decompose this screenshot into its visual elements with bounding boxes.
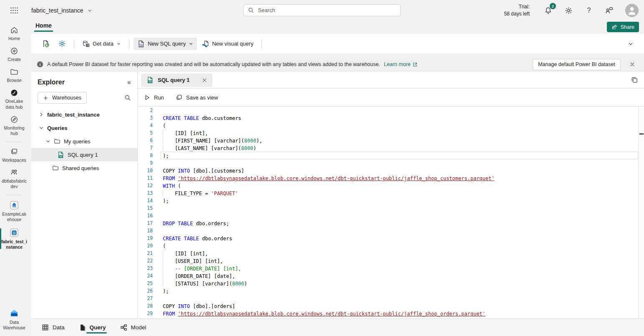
get-data-label: Get data (93, 41, 114, 47)
feedback-button[interactable] (605, 6, 614, 15)
manage-dataset-button[interactable]: Manage default Power BI dataset (533, 59, 621, 70)
search-input[interactable] (258, 7, 396, 13)
new-sql-query-button[interactable]: SQL New SQL query (134, 38, 197, 50)
code-token: [LAST_NAME] [varchar]( (163, 145, 241, 151)
code-token: 8000 (244, 138, 256, 144)
share-button[interactable]: Share (607, 22, 639, 32)
code-token: ) (244, 281, 247, 287)
get-data-button[interactable]: Get data (78, 38, 125, 50)
tree-item[interactable]: My queries (31, 135, 137, 148)
editor-scrollbar[interactable] (638, 107, 644, 318)
account-avatar[interactable] (625, 4, 639, 17)
home-icon (10, 26, 18, 34)
chevron-right-icon[interactable] (39, 112, 44, 117)
main-area: Home Share (31, 21, 644, 336)
line-number: 6 (138, 137, 153, 144)
code-line-text: ( (160, 122, 638, 129)
help-button[interactable]: ? (584, 6, 593, 15)
code-token: [dbo].[customers] (190, 168, 244, 174)
chevron-down-icon[interactable] (45, 139, 51, 144)
code-line: 3CREATE TABLE dbo.customers (138, 114, 638, 122)
code-line-text (160, 107, 638, 114)
bottom-tab-query[interactable]: Query (79, 319, 106, 336)
svg-text:SQL: SQL (59, 155, 63, 158)
workspace-switcher[interactable]: fabric_test_instance (31, 7, 92, 14)
workspace-people-icon (10, 168, 18, 177)
code-line-text (160, 295, 638, 302)
rail-item-browse[interactable]: Browse (1, 68, 28, 83)
bottom-tab-label: Data (53, 324, 65, 331)
indent-guide (163, 130, 163, 136)
new-visual-query-button[interactable]: New visual query (198, 38, 257, 50)
indent-guide (163, 137, 163, 144)
left-rail: Home Create Browse OneLake data hub Moni… (0, 21, 28, 336)
rail-item-fabric-test-instance[interactable]: fabric_test_instance (1, 228, 28, 250)
code-token: [USER_ID] [int], (163, 258, 223, 264)
code-line: 18 (138, 227, 638, 234)
code-line-text (160, 159, 638, 167)
line-number: 8 (138, 152, 153, 159)
play-icon (144, 94, 150, 101)
tree-item[interactable]: Queries (31, 121, 137, 135)
tab-home[interactable]: Home (34, 22, 53, 32)
toolbar-divider (129, 40, 129, 48)
toolbar-expand-button[interactable] (624, 38, 637, 49)
query-tab[interactable]: SQL SQL query 1 (141, 74, 212, 87)
query-tab-label: SQL query 1 (158, 77, 189, 83)
tab-close-button[interactable] (202, 78, 207, 83)
rail-item-label: Workspaces (2, 158, 26, 163)
line-number: 25 (138, 280, 153, 287)
code-line: 15 (138, 204, 638, 212)
rail-item-monitoring-hub[interactable]: Monitoring hub (1, 115, 28, 136)
rail-item-create[interactable]: Create (1, 47, 28, 62)
indent-guide (163, 257, 163, 264)
ribbon-tab-row: Home Share (31, 21, 644, 34)
code-line: 21 [ID] [int], (138, 249, 638, 257)
chevron-down-icon[interactable] (39, 125, 44, 130)
new-sql-query-label: New SQL query (148, 41, 186, 47)
svg-text:SQL: SQL (139, 44, 143, 46)
collapse-explorer-button[interactable]: « (127, 79, 131, 86)
code-line: 28COPY INTO [dbo].[orders] (138, 302, 638, 310)
toolbar-settings-button[interactable] (54, 37, 70, 50)
rail-item-label: Browse (7, 78, 21, 83)
save-view-icon (176, 94, 182, 101)
notifications-button[interactable]: 2 (543, 6, 553, 15)
copy-button[interactable] (631, 76, 638, 84)
bottom-tab-data[interactable]: Data (42, 319, 65, 336)
tree-item[interactable]: SQLSQL query 1 (31, 148, 137, 161)
code-line: 7 [LAST_NAME] [varchar](8000) (138, 144, 638, 152)
gear-icon (565, 7, 573, 15)
rail-item-data-warehouse[interactable]: Data Warehouse (1, 308, 28, 331)
rail-item-dbtlabsfabricdev[interactable]: dbtlabsfabricdev (1, 168, 28, 189)
banner-close-button[interactable] (629, 61, 635, 67)
rail-item-workspaces[interactable]: Workspaces (1, 148, 28, 163)
save-as-view-button[interactable]: Save as view (176, 94, 218, 101)
workspaces-icon (10, 148, 18, 156)
code-line: 24 [ORDER_DATE] [date], (138, 272, 638, 280)
tree-item[interactable]: Shared queries (31, 161, 137, 175)
rail-item-onelake-data-hub[interactable]: OneLake data hub (1, 89, 28, 109)
share-icon (611, 24, 618, 30)
warehouses-button[interactable]: Warehouses (38, 92, 87, 104)
lakehouse-icon (10, 201, 19, 210)
code-editor[interactable]: 23CREATE TABLE dbo.customers4(5 [ID] [in… (138, 107, 644, 318)
rail-item-label: Create (8, 57, 21, 62)
app-launcher-button[interactable] (0, 0, 28, 21)
tree-item[interactable]: fabric_test_instance (31, 108, 137, 121)
line-number: 10 (138, 167, 153, 174)
explorer-panel: Explorer « Warehouses fabric_test_instan… (31, 72, 138, 318)
learn-more-link[interactable]: Learn more (384, 61, 418, 67)
rail-item-examplelakehouse[interactable]: ExampleLakehouse (1, 201, 28, 222)
line-number: 15 (138, 204, 153, 212)
toolbar-divider (261, 40, 262, 48)
explorer-search-button[interactable] (124, 94, 131, 101)
settings-button[interactable] (564, 6, 573, 15)
new-item-button[interactable] (38, 37, 53, 50)
rail-item-home[interactable]: Home (1, 26, 28, 41)
run-button[interactable]: Run (144, 94, 164, 101)
chevron-down-icon (87, 8, 92, 13)
bottom-tab-model[interactable]: Model (120, 319, 146, 336)
line-number: 3 (138, 114, 153, 122)
database-icon (82, 40, 90, 48)
